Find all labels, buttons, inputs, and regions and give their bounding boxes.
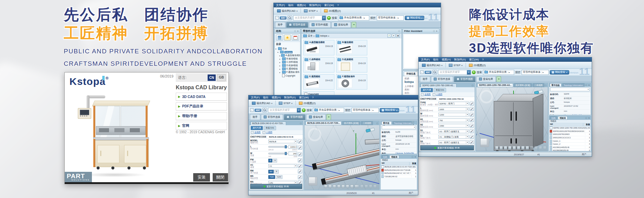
tab-[interactable]: 搜索结果 [306,114,326,120]
mode-select[interactable]: 零部件组和单体▾ [377,15,404,20]
part-card[interactable]: A.曲型输送模组19-6-13 [303,40,334,55]
tree-root[interactable]: ▾目录 [275,47,300,50]
menubar-item[interactable]: 附加件(X) [454,58,466,61]
bom-root-row[interactable]: BIZ5LB-1009-240-S-V1-NY-T20I-1B1 [381,165,417,169]
edit-button[interactable] [298,175,302,179]
menubar-item[interactable]: 视图(V) [442,58,451,61]
tab-[interactable]: 零部件选择 [261,114,283,120]
tree-vendor[interactable]: ▾kstopa [275,50,300,54]
tab-[interactable]: 搜索结果 [331,22,351,28]
edit-button[interactable] [470,118,474,122]
tree-item[interactable]: ▸B.输送模组 [275,57,300,60]
details-tab[interactable]: 详细信息 [404,71,418,76]
tab-[interactable]: 搜索结果 [476,76,496,82]
part-info-tab[interactable]: 零件信息 [381,121,392,125]
param-select[interactable]: 760▾ [438,118,469,122]
search-icon[interactable] [432,70,437,75]
bom-row[interactable]: T20I1B1240-021 [381,175,417,179]
view-link[interactable]: 六视图 [266,131,272,134]
bom-row[interactable]: Caster_14 [549,139,591,143]
catalog-view-button[interactable] [276,35,283,41]
bom-row[interactable]: BIZ5LB1009A240'V1','V2','V3','V4','V5','… [381,172,417,175]
edit-button[interactable] [470,129,474,133]
abc-filter-button[interactable]: ABC [280,16,286,19]
bom-row[interactable]: BIZ5LB1009A240V1NYT20I1B1S1 [381,169,417,172]
recompute-button[interactable]: 重新计算3D模型 开/关 [250,184,302,189]
panel-window-controls[interactable]: □ × [294,30,299,32]
view-cube[interactable] [309,177,317,186]
toolbar-button[interactable]: STEP▾ [447,63,464,67]
viewport-2d-tab[interactable]: 二维视图 [361,121,373,125]
search-icon[interactable] [287,15,292,20]
structure-tab[interactable]: 结构 [550,116,557,120]
menubar-item[interactable]: ? [337,4,338,7]
tree-item[interactable]: ▸C.供料模组 [275,60,300,64]
view-checkbox[interactable]: ✓ [433,93,435,96]
tab-[interactable]: 助手 [420,76,430,82]
info-filter-select[interactable]: ▾ [550,88,590,91]
param-option[interactable]: S20I [276,175,282,179]
view-options-button[interactable]: ▾ [392,34,395,38]
keyword-input[interactable]: 全文搜索的关键字▾ [293,15,326,20]
panel-window-controls[interactable]: □ × [586,117,590,119]
view-link[interactable]: 主视图 [424,93,431,96]
3d-viewport[interactable]: Y [305,125,379,190]
toolbar-button[interactable]: 输出到CAD▾ [250,101,274,106]
bom-checkbox[interactable] [550,127,552,129]
start-search-button[interactable]: 開始搜索▾ [405,16,424,20]
installer-menu-item[interactable]: ▶3D CAD DATA [176,93,227,101]
history-button[interactable] [292,35,299,41]
param-select[interactable]: 1600▾ [438,107,469,111]
edit-button[interactable] [298,152,302,156]
subtab-active[interactable]: 属性列表 [251,126,263,130]
param-option[interactable]: NY [268,170,274,174]
part-card[interactable]: E.通用模组19-4-22 [303,74,334,90]
edit-button[interactable] [298,158,302,162]
add-search-icon[interactable]: + [472,70,476,74]
menubar-item[interactable]: 视图(V) [272,96,281,99]
add-search-icon[interactable]: + [302,108,306,112]
edit-button[interactable] [298,169,302,174]
param-option[interactable]: R [274,170,278,174]
breadcrumb-vendor[interactable]: kstopa [320,35,327,37]
breadcrumb-root[interactable]: 目录 [308,34,313,38]
param-select[interactable]: SDFR2：双开门▾ [438,102,469,105]
menubar-item[interactable]: 视图(V) [297,3,306,7]
tree-copyright-item[interactable]: Copyright [275,74,300,77]
keyword-input[interactable]: 全文搜索的关键字▾ [268,108,301,113]
structure-tab[interactable]: 结构 [381,155,389,159]
mode-select[interactable]: 零部件组和单体▾ [352,108,379,113]
menubar-item[interactable]: 附加件(X) [284,96,296,99]
view-checkbox[interactable]: ✓ [421,93,424,96]
start-search-button[interactable]: 開始搜索▾ [550,70,569,75]
info-filter-select[interactable]: ▾ [382,126,416,129]
bom-row[interactable]: Caster_24 [549,143,591,146]
installer-menu-item[interactable]: ▶帮助/手册 [176,112,227,120]
edit-button[interactable] [298,146,302,150]
bom-root-row[interactable]: SDFR2-1600-1200-760-1990-A3A1A3A1-A3A1A.… [549,127,591,130]
view-link[interactable]: 主视图 [254,131,261,134]
installer-menu-item[interactable]: ▶PDF产品目录 [176,102,227,110]
bom-tab[interactable]: 明细表 [558,116,568,120]
menubar-item[interactable]: 附加件(X) [309,3,321,7]
param-slider[interactable] [268,153,288,154]
linear-actuator-model[interactable] [311,139,379,190]
viewport-toolbar-secondary[interactable] [356,185,377,188]
viewport-toolbar[interactable] [495,146,529,149]
subtab-active[interactable]: 属性列表 [421,88,433,92]
mode-select[interactable]: 零部件组和单体▾ [522,70,549,75]
add-search-icon[interactable]: + [327,16,331,20]
panel-window-controls[interactable]: □ [300,122,302,125]
panel-window-controls[interactable]: □ [398,30,400,32]
3d-glasses-icon[interactable] [366,128,375,133]
scope-select[interactable]: 所有目录和分类▾ [313,108,344,113]
edit-button[interactable] [470,140,474,144]
param-select[interactable]: 1990▾ [438,124,469,128]
subtab[interactable]: 垂直方向 [264,126,276,130]
part-info-tab[interactable]: 零件信息 [550,83,561,87]
subtab[interactable]: 垂直方向 [434,88,446,92]
viewport-model-tab[interactable]: SDFR2-1600-1200-760-1990-A3... [477,83,513,87]
view-checkbox[interactable]: ✓ [263,131,265,134]
toolbar-button[interactable]: STEP▾ [302,9,319,13]
edit-button[interactable] [470,135,474,139]
